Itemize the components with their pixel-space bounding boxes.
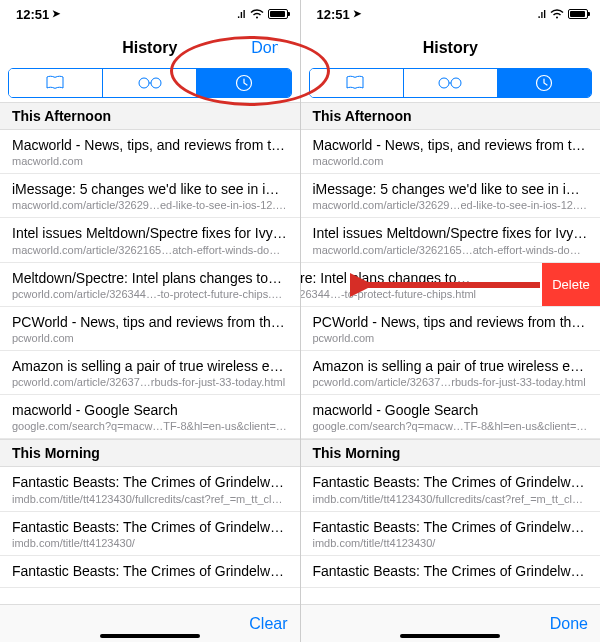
history-row-url: imdb.com/title/tt4123430/fullcredits/cas… xyxy=(313,493,589,505)
svg-point-0 xyxy=(139,78,149,88)
history-row-url: macworld.com/article/3262165…atch-effort… xyxy=(12,244,288,256)
tab-bookmarks[interactable] xyxy=(9,69,102,97)
status-time: 12:51 xyxy=(16,7,49,22)
home-indicator[interactable] xyxy=(400,634,500,638)
history-row[interactable]: PCWorld - News, tips and reviews from th… xyxy=(0,307,300,351)
svg-point-4 xyxy=(451,78,461,88)
history-row-url: imdb.com/title/tt4123430/fullcredits/cas… xyxy=(12,493,288,505)
nav-header: History Done xyxy=(0,28,300,68)
history-row-url: imdb.com/title/tt4123430/ xyxy=(12,537,288,549)
home-indicator[interactable] xyxy=(100,634,200,638)
tab-bookmarks[interactable] xyxy=(310,69,403,97)
status-time: 12:51 xyxy=(317,7,350,22)
history-row-title: macworld - Google Search xyxy=(313,401,589,419)
history-row-title: Fantastic Beasts: The Crimes of Grindelw… xyxy=(313,518,589,536)
page-title: History xyxy=(423,39,478,57)
history-row-url: macworld.com xyxy=(313,155,589,167)
history-row-url: imdb.com/title/tt4123430/ xyxy=(313,537,589,549)
section-header: This Morning xyxy=(301,439,601,467)
history-row-title: Macworld - News, tips, and reviews from … xyxy=(313,136,589,154)
section-header: This Afternoon xyxy=(0,102,300,130)
history-row-title: Amazon is selling a pair of true wireles… xyxy=(313,357,589,375)
history-row-title: PCWorld - News, tips and reviews from th… xyxy=(12,313,288,331)
history-row-url: pcworld.com/article/32637…rbuds-for-just… xyxy=(12,376,288,388)
history-row-title: Fantastic Beasts: The Crimes of Grindelw… xyxy=(12,518,288,536)
done-button[interactable]: Done xyxy=(251,39,289,57)
history-row[interactable]: Fantastic Beasts: The Crimes of Grindelw… xyxy=(0,512,300,556)
done-button[interactable]: Done xyxy=(550,615,588,633)
history-row[interactable]: macworld - Google Searchgoogle.com/searc… xyxy=(301,395,601,439)
history-row-url: pcworld.com/article/326344…-to-protect-f… xyxy=(12,288,288,300)
tab-history[interactable] xyxy=(196,69,290,97)
clear-button[interactable]: Clear xyxy=(249,615,287,633)
clock-icon xyxy=(235,74,253,92)
page-title: History xyxy=(122,39,177,57)
history-row[interactable]: iMessage: 5 changes we'd like to see in … xyxy=(0,174,300,218)
history-row[interactable]: PCWorld - News, tips and reviews from th… xyxy=(301,307,601,351)
wifi-icon xyxy=(250,7,264,22)
tab-reading-list[interactable] xyxy=(102,69,196,97)
history-row[interactable]: Meltdown/Spectre: Intel plans changes to… xyxy=(0,263,300,307)
svg-point-3 xyxy=(439,78,449,88)
clock-icon xyxy=(535,74,553,92)
book-icon xyxy=(345,75,367,91)
history-list[interactable]: This AfternoonMacworld - News, tips, and… xyxy=(301,102,601,604)
history-row-title: wn/Spectre: Intel plans changes to… xyxy=(301,269,531,287)
history-row-url: om/article/326344…-to-protect-future-chi… xyxy=(301,288,531,300)
tab-history[interactable] xyxy=(497,69,591,97)
history-row[interactable]: iMessage: 5 changes we'd like to see in … xyxy=(301,174,601,218)
location-services-icon: ➤ xyxy=(353,8,361,19)
delete-button[interactable]: Delete xyxy=(542,263,600,307)
battery-icon xyxy=(268,9,288,19)
history-row-url: pcworld.com xyxy=(313,332,589,344)
history-row[interactable]: Amazon is selling a pair of true wireles… xyxy=(301,351,601,395)
history-row[interactable]: Amazon is selling a pair of true wireles… xyxy=(0,351,300,395)
history-row-title: Fantastic Beasts: The Crimes of Grindelw… xyxy=(313,562,589,580)
history-row[interactable]: wn/Spectre: Intel plans changes to…om/ar… xyxy=(301,263,543,307)
battery-icon xyxy=(568,9,588,19)
history-row[interactable]: Macworld - News, tips, and reviews from … xyxy=(301,130,601,174)
history-list[interactable]: This AfternoonMacworld - News, tips, and… xyxy=(0,102,300,604)
history-row-title: Macworld - News, tips, and reviews from … xyxy=(12,136,288,154)
history-row-title: Fantastic Beasts: The Crimes of Grindelw… xyxy=(313,473,589,491)
history-row-url: google.com/search?q=macw…TF-8&hl=en-us&c… xyxy=(313,420,589,432)
history-row-url: macworld.com/article/32629…ed-like-to-se… xyxy=(313,199,589,211)
history-row[interactable]: Macworld - News, tips, and reviews from … xyxy=(0,130,300,174)
section-header: This Morning xyxy=(0,439,300,467)
glasses-icon xyxy=(137,76,163,90)
history-row-title: Intel issues Meltdown/Spectre fixes for … xyxy=(12,224,288,242)
history-row-url: macworld.com xyxy=(12,155,288,167)
history-row[interactable]: Intel issues Meltdown/Spectre fixes for … xyxy=(301,218,601,262)
history-row-url: pcworld.com/article/32637…rbuds-for-just… xyxy=(313,376,589,388)
history-row-title: macworld - Google Search xyxy=(12,401,288,419)
history-row-title: iMessage: 5 changes we'd like to see in … xyxy=(12,180,288,198)
history-row[interactable]: Fantastic Beasts: The Crimes of Grindelw… xyxy=(301,512,601,556)
history-row-title: PCWorld - News, tips and reviews from th… xyxy=(313,313,589,331)
history-row-title: Fantastic Beasts: The Crimes of Grindelw… xyxy=(12,473,288,491)
history-row-url: pcworld.com xyxy=(12,332,288,344)
history-row[interactable]: Fantastic Beasts: The Crimes of Grindelw… xyxy=(0,467,300,511)
tab-reading-list[interactable] xyxy=(403,69,497,97)
section-header: This Afternoon xyxy=(301,102,601,130)
history-row-title: Amazon is selling a pair of true wireles… xyxy=(12,357,288,375)
location-services-icon: ➤ xyxy=(52,8,60,19)
phone-left: 12:51 ➤ .ıl History Done xyxy=(0,0,301,642)
history-row[interactable]: Fantastic Beasts: The Crimes of Grindelw… xyxy=(301,556,601,588)
history-row-title: Intel issues Meltdown/Spectre fixes for … xyxy=(313,224,589,242)
history-row[interactable]: Intel issues Meltdown/Spectre fixes for … xyxy=(0,218,300,262)
status-bar: 12:51 ➤ .ıl xyxy=(301,0,601,28)
history-row-title: Fantastic Beasts: The Crimes of Grindelw… xyxy=(12,562,288,580)
segmented-control xyxy=(309,68,593,98)
book-icon xyxy=(45,75,67,91)
status-bar: 12:51 ➤ .ıl xyxy=(0,0,300,28)
history-row-url: macworld.com/article/3262165…atch-effort… xyxy=(313,244,589,256)
history-row-title: iMessage: 5 changes we'd like to see in … xyxy=(313,180,589,198)
cellular-icon: .ıl xyxy=(237,9,245,20)
history-row[interactable]: Fantastic Beasts: The Crimes of Grindelw… xyxy=(301,467,601,511)
phone-right: 12:51 ➤ .ıl History T xyxy=(301,0,601,642)
wifi-icon xyxy=(550,7,564,22)
cellular-icon: .ıl xyxy=(538,9,546,20)
segmented-control xyxy=(8,68,292,98)
history-row[interactable]: Fantastic Beasts: The Crimes of Grindelw… xyxy=(0,556,300,588)
history-row[interactable]: macworld - Google Searchgoogle.com/searc… xyxy=(0,395,300,439)
